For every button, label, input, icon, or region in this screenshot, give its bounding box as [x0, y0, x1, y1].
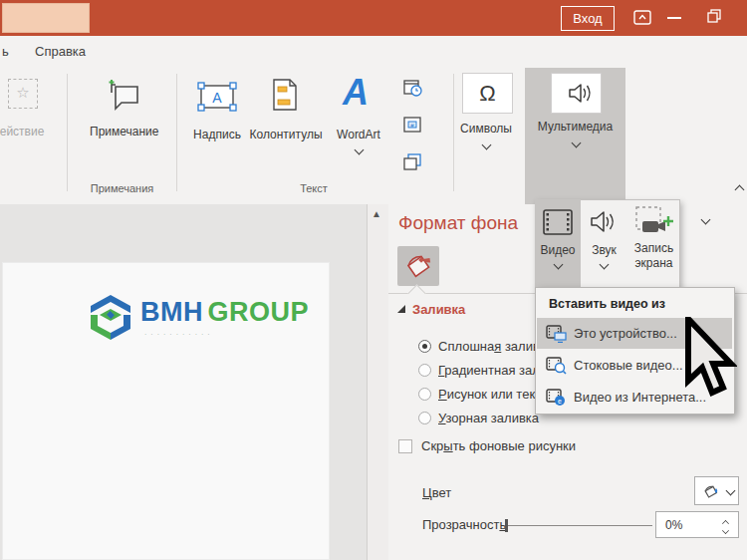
radio-label: Узорная заливка	[438, 411, 539, 425]
title-bar: Вход	[0, 0, 747, 36]
quick-access-box	[2, 3, 90, 33]
slide-scrollbar[interactable]: ▲	[367, 204, 388, 560]
ribbon-display-options-icon	[633, 10, 651, 25]
pane-options-icon[interactable]	[701, 215, 711, 225]
logo-text-bmh: BMH	[140, 297, 203, 327]
screen-recording-label-line2: экрана	[627, 256, 680, 270]
logo-wordmark: BMH GROUP	[140, 297, 309, 328]
header-footer-label: Колонтитулы	[242, 128, 330, 141]
object-icon	[403, 152, 422, 171]
action-icon: ☆	[8, 79, 38, 109]
svg-text:A: A	[212, 90, 222, 106]
textbox-label: Надпись	[185, 128, 249, 141]
media-speaker-iconbox	[551, 73, 602, 114]
insert-video-menu-header: Вставить видео из	[549, 297, 665, 311]
color-label: Цвет	[422, 485, 451, 500]
radio-icon[interactable]	[418, 388, 431, 401]
color-picker-button[interactable]	[694, 476, 739, 505]
audio-menu-button[interactable]: Звук	[581, 199, 627, 289]
audio-dropdown-icon	[600, 260, 610, 270]
spinner-down-icon[interactable]	[722, 527, 729, 534]
paint-bucket-icon	[397, 246, 439, 286]
group-separator	[453, 74, 454, 191]
section-collapse-icon[interactable]	[397, 305, 405, 313]
minimize-button[interactable]	[667, 17, 681, 19]
menu-item-label: Стоковые видео...	[574, 350, 683, 381]
logo-tagline: ···········	[144, 331, 214, 338]
tab-partial[interactable]: ь	[2, 36, 9, 67]
video-menu-button[interactable]: Видео	[535, 199, 581, 289]
media-dropdown-icon	[572, 139, 582, 148]
date-time-icon	[403, 79, 422, 98]
date-time-button[interactable]	[403, 79, 422, 98]
transparency-value: 0%	[665, 518, 682, 532]
spinner-up-icon[interactable]	[722, 520, 729, 527]
film-stock-icon	[546, 357, 567, 375]
video-label: Видео	[535, 243, 581, 257]
fill-section-header[interactable]: Заливка	[412, 302, 465, 317]
textbox-icon: A	[197, 82, 237, 112]
textbox-button[interactable]: A Надпись	[185, 70, 249, 191]
wordart-icon: A	[343, 72, 369, 114]
bmh-logo-icon	[87, 291, 134, 343]
group-label-comments: Примечания	[75, 182, 169, 194]
wordart-label: WordArt	[329, 128, 388, 141]
comment-plus-icon	[106, 79, 141, 111]
svg-text:e: e	[558, 398, 562, 405]
ribbon-tab-row: ь Справка Поделиться	[0, 36, 747, 67]
fill-tab[interactable]	[397, 246, 439, 286]
new-comment-label: Примечание	[90, 125, 155, 139]
film-device-icon	[546, 325, 567, 343]
pane-tab-notch	[407, 284, 425, 302]
header-footer-icon	[272, 78, 298, 112]
audio-icon	[590, 207, 618, 235]
symbols-dropdown-icon	[482, 140, 492, 150]
transparency-slider-track[interactable]	[505, 525, 652, 526]
screen-recording-label-line1: Запись	[627, 241, 680, 255]
group-label-text: Текст	[289, 182, 339, 194]
symbols-button[interactable]: Ω Символы	[455, 70, 517, 191]
transparency-label: Прозрачность	[422, 517, 506, 532]
media-button[interactable]: Мультимедиа	[525, 68, 625, 204]
color-dropdown-icon	[726, 486, 736, 496]
symbols-label: Символы	[455, 122, 517, 136]
radio-icon[interactable]	[418, 412, 431, 424]
radio-icon[interactable]	[418, 364, 431, 377]
powerpoint-window: Вход ь Справка Поделиться	[0, 0, 747, 560]
group-separator	[67, 74, 68, 191]
action-button[interactable]: Действие	[0, 125, 58, 139]
slide-number-icon: #	[403, 116, 422, 135]
scroll-up-icon[interactable]: ▲	[372, 208, 381, 219]
video-icon	[543, 209, 573, 235]
color-bucket-icon	[702, 483, 720, 499]
group-separator	[176, 74, 177, 191]
checkbox-icon[interactable]	[398, 439, 412, 453]
transparency-spinner[interactable]: 0%	[655, 511, 739, 538]
film-online-icon: e	[546, 389, 567, 407]
ribbon-display-options-button[interactable]	[633, 10, 651, 25]
wordart-button[interactable]: A WordArt	[329, 70, 388, 191]
transparency-slider-handle[interactable]	[505, 519, 508, 532]
tab-help[interactable]: Справка	[35, 36, 86, 67]
screen-recording-icon	[634, 205, 674, 241]
header-footer-button[interactable]: Колонтитулы	[242, 70, 330, 191]
restore-button[interactable]	[707, 9, 721, 23]
slide-number-button[interactable]: #	[403, 116, 422, 135]
audio-label: Звук	[581, 243, 627, 257]
object-button[interactable]	[403, 152, 422, 171]
new-comment-button[interactable]: Примечание	[92, 70, 153, 191]
slide[interactable]: BMH GROUP ···········	[2, 262, 330, 560]
checkbox-label: Скрыть фоновые рисунки	[421, 438, 576, 453]
collapse-ribbon-icon[interactable]	[735, 185, 745, 195]
omega-icon: Ω	[462, 73, 513, 114]
logo-text-group: GROUP	[207, 297, 309, 327]
radio-selected-icon[interactable]	[418, 340, 431, 353]
wordart-dropdown-icon	[355, 145, 365, 155]
video-dropdown-icon	[554, 260, 564, 270]
menu-item-label: Это устройство...	[574, 318, 677, 349]
sign-in-button[interactable]: Вход	[561, 6, 615, 31]
pane-title: Формат фона	[398, 212, 518, 234]
mouse-cursor	[685, 317, 737, 401]
screen-recording-button[interactable]: Запись экрана	[627, 199, 680, 289]
ribbon: ☆ Действие Примечание Примечания A	[0, 67, 747, 205]
